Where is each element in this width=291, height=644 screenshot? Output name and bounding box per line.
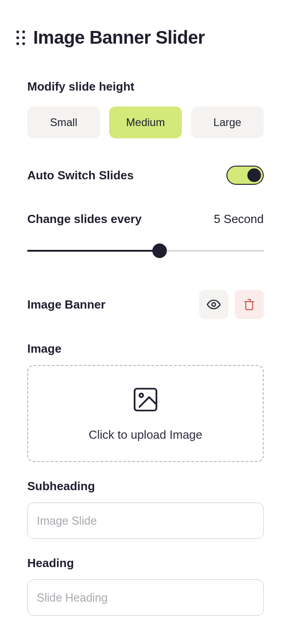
image-banner-actions	[199, 290, 264, 319]
svg-point-0	[212, 303, 216, 306]
toggle-knob	[247, 168, 261, 182]
subheading-label: Subheading	[27, 479, 264, 493]
slide-height-medium-button[interactable]: Medium	[109, 106, 182, 138]
image-icon	[131, 385, 160, 414]
image-banner-header: Image Banner	[27, 290, 264, 319]
auto-switch-label: Auto Switch Slides	[27, 168, 134, 183]
panel-title: Image Banner Slider	[33, 27, 205, 48]
panel-header: Image Banner Slider	[16, 27, 264, 48]
image-field-label: Image	[27, 342, 264, 356]
slider-thumb[interactable]	[152, 243, 167, 258]
svg-point-2	[140, 394, 143, 397]
subheading-input[interactable]	[27, 502, 264, 539]
image-banner-label: Image Banner	[27, 298, 105, 312]
heading-input[interactable]	[27, 579, 264, 616]
slider-fill	[27, 250, 160, 252]
change-every-label: Change slides every	[27, 212, 141, 226]
delete-button[interactable]	[235, 290, 264, 319]
auto-switch-row: Auto Switch Slides	[27, 166, 264, 185]
slide-height-large-button[interactable]: Large	[191, 106, 264, 138]
svg-rect-1	[135, 389, 156, 411]
slide-height-section: Modify slide height Small Medium Large	[27, 80, 264, 138]
auto-switch-toggle[interactable]	[226, 166, 264, 185]
drag-handle-icon[interactable]	[16, 30, 25, 45]
upload-text: Click to upload Image	[89, 428, 202, 442]
slide-height-small-button[interactable]: Small	[27, 106, 100, 138]
eye-icon	[206, 297, 221, 312]
trash-icon	[242, 298, 256, 311]
heading-label: Heading	[27, 556, 264, 570]
visibility-button[interactable]	[199, 290, 228, 319]
image-upload-area[interactable]: Click to upload Image	[27, 365, 264, 462]
slide-height-label: Modify slide height	[27, 80, 264, 94]
change-every-row: Change slides every 5 Second	[27, 212, 264, 226]
slide-height-options: Small Medium Large	[27, 106, 264, 138]
settings-panel: Image Banner Slider Modify slide height …	[0, 0, 291, 644]
change-every-slider[interactable]	[27, 243, 264, 258]
change-every-value: 5 Second	[214, 212, 264, 226]
